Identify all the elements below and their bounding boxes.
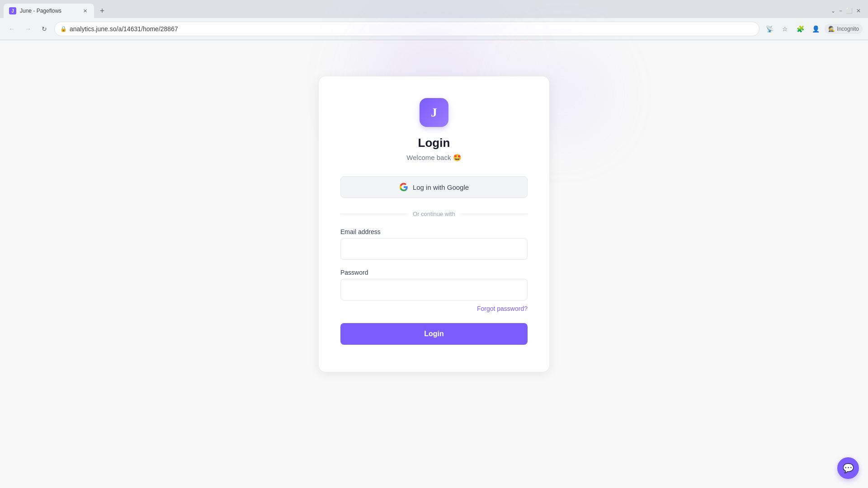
login-button[interactable]: Login	[340, 323, 528, 345]
chat-widget-icon: 💬	[843, 463, 854, 474]
page-title: Login	[418, 136, 450, 150]
back-button[interactable]: ←	[5, 23, 18, 35]
email-form-group: Email address	[340, 228, 528, 260]
incognito-badge: 🕵️ Incognito	[825, 24, 863, 34]
page-content: J Login Welcome back 🤩 Log in with Googl…	[0, 40, 868, 488]
divider: Or continue with	[340, 211, 528, 217]
google-icon	[399, 183, 408, 192]
window-controls: ⌄ − ⬜ ✕	[831, 8, 864, 14]
active-tab[interactable]: J June - Pageflows ✕	[4, 4, 94, 18]
tab-title: June - Pageflows	[20, 8, 78, 14]
bookmark-icon[interactable]: ☆	[778, 23, 791, 35]
password-form-group: Password	[340, 269, 528, 300]
google-button-label: Log in with Google	[413, 183, 469, 191]
divider-text: Or continue with	[413, 211, 455, 217]
tab-close-button[interactable]: ✕	[81, 7, 89, 14]
new-tab-button[interactable]: +	[96, 5, 108, 17]
refresh-button[interactable]: ↻	[38, 23, 51, 35]
incognito-icon: 🕵️	[828, 26, 835, 32]
chat-widget-button[interactable]: 💬	[837, 457, 859, 479]
app-logo: J	[420, 98, 448, 127]
tab-favicon: J	[9, 7, 16, 14]
password-label: Password	[340, 269, 528, 276]
minimize-button[interactable]: −	[839, 8, 842, 14]
divider-line-right	[461, 214, 528, 214]
email-input[interactable]	[340, 238, 528, 260]
forgot-password-link[interactable]: Forgot password?	[477, 305, 528, 312]
tab-dropdown-icon[interactable]: ⌄	[831, 8, 835, 14]
login-subtitle: Welcome back 🤩	[406, 154, 461, 162]
maximize-button[interactable]: ⬜	[846, 8, 853, 14]
forward-button[interactable]: →	[22, 23, 34, 35]
profile-icon[interactable]: 👤	[809, 23, 822, 35]
cast-icon[interactable]: 📡	[763, 23, 776, 35]
incognito-label: Incognito	[837, 26, 859, 32]
password-input[interactable]	[340, 279, 528, 300]
email-label: Email address	[340, 228, 528, 235]
forgot-password-container: Forgot password?	[340, 305, 528, 312]
close-button[interactable]: ✕	[856, 8, 861, 14]
extension-icon[interactable]: 🧩	[794, 23, 807, 35]
logo-letter: J	[431, 105, 437, 120]
divider-line-left	[340, 214, 407, 214]
google-login-button[interactable]: Log in with Google	[340, 176, 528, 198]
login-card: J Login Welcome back 🤩 Log in with Googl…	[319, 76, 549, 372]
url-text: analytics.june.so/a/14631/home/28867	[70, 25, 178, 33]
lock-icon: 🔒	[60, 26, 67, 32]
toolbar-actions: 📡 ☆ 🧩 👤 🕵️ Incognito	[763, 23, 863, 35]
tab-bar: J June - Pageflows ✕ + ⌄ − ⬜ ✕	[0, 0, 868, 18]
